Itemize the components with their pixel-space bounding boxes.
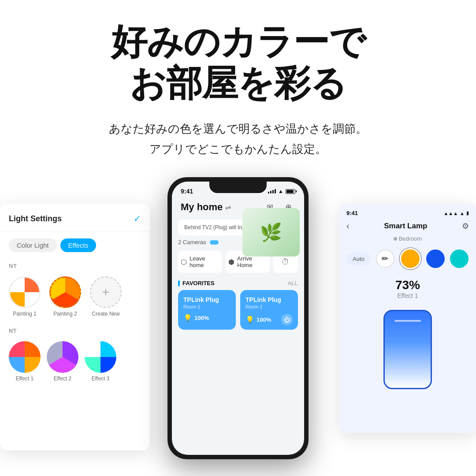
power-button[interactable]: ⏻ [281,314,293,325]
hero-subtitle: あなた好みの色を選んで明るさや温かさを調節。 アプリでどこでもかんたん設定。 [0,119,476,160]
status-time: 9:41 [181,188,193,195]
settings-icon[interactable]: ⚙ [462,221,469,231]
nt-label-1: NT [0,259,150,271]
light-settings-card: Light Settings ✓ Color Light Effects NT … [0,204,150,450]
phone-notch [209,182,267,193]
fav-card1-sub: Room 1 [183,304,231,309]
nt-label-2: NT [0,326,150,336]
effect-name: Effect 1 [339,292,476,299]
effect2-item: Effect 2 [47,341,78,382]
effect1-label: Effect 1 [16,376,33,382]
cameras-badge [210,240,219,245]
right-wifi-icon: ▲ [460,211,465,216]
location-icon [394,237,397,241]
fav-card1-title: TPLink Plug [183,296,231,303]
painting2-icon [49,276,81,308]
painting-grid: Painting 1 Painting 2 + Create New [0,271,150,326]
cameras-text: 2 Cameras [178,239,206,245]
auto-button[interactable]: Auto [346,253,371,265]
hero-section: 好みのカラーで お部屋を彩る あなた好みの色を選んで明るさや温かさを調節。 アプ… [0,0,476,160]
center-phone: 9:41 ▲ [167,177,309,459]
effects-button[interactable]: Effects [60,238,97,252]
signal-icon [268,189,276,193]
painting1-icon [9,276,41,308]
bulb-icon-2: 💡 [245,316,254,324]
arrive-home-icon: ⬢ [228,258,234,266]
right-card-header: ‹ Smart Lamp ⚙ [339,219,476,235]
fav-card2-pct: 💡 100% [245,316,271,324]
effect-info: 73% Effect 1 [339,276,476,306]
favorites-grid: TPLink Plug Room 1 💡 100% TPLink Plug Ro… [172,290,304,330]
create-new-label: Create New [92,311,119,317]
painting2-item: Painting 2 [49,276,81,317]
status-icons: ▲ [268,188,295,194]
phone-screen: 9:41 ▲ [172,182,304,455]
painting1-item: Painting 1 [9,276,41,317]
back-arrow-icon[interactable]: ‹ [346,221,350,231]
phones-container: Light Settings ✓ Color Light Effects NT … [0,177,476,459]
effect3-label: Effect 3 [92,376,109,382]
bulb-icon-1: 💡 [183,314,192,322]
all-label[interactable]: ALL [288,280,298,286]
lamp-visual [339,306,476,393]
effect3-icon [85,341,116,373]
effect1-item: Effect 1 [9,341,41,382]
fav-card2-title: TPLink Plug [245,296,293,303]
fav-card2-sub: Room 1 [245,304,293,309]
leave-home-button[interactable]: ⬡ Leave home [178,251,222,273]
right-status-bar: 9:41 ▲▲▲ ▲ ▮ [339,204,476,219]
lamp-phone-graphic [383,310,432,389]
effect2-icon [47,341,78,373]
effect2-label: Effect 2 [54,376,71,382]
effect3-item: Effect 3 [85,341,116,382]
wifi-icon: ▲ [278,188,283,194]
switch-home-icon[interactable]: ⇌ [225,203,231,212]
phone-frame: 9:41 ▲ [167,177,309,459]
effect-percentage: 73% [339,278,476,292]
right-battery-icon: ▮ [466,210,469,216]
right-status-icons: ▲▲▲ ▲ ▮ [443,210,469,216]
right-status-time: 9:41 [346,210,358,216]
hero-title: 好みのカラーで お部屋を彩る [0,21,476,104]
favorites-header: FAVORITES ALL [172,278,304,290]
painting1-label: Painting 1 [13,311,36,317]
color-presets: Auto ✏ [339,248,476,276]
leave-home-icon: ⬡ [181,258,187,266]
smart-lamp-card: 9:41 ▲▲▲ ▲ ▮ ‹ Smart Lamp ⚙ Bedroom Auto… [339,204,476,433]
color-preset-blue[interactable] [426,249,445,268]
create-new-icon: + [90,276,122,308]
create-new-item[interactable]: + Create New [90,276,122,317]
color-preset-orange[interactable] [400,248,421,269]
fav-card-1[interactable]: TPLink Plug Room 1 💡 100% [178,290,236,330]
check-icon: ✓ [134,213,141,224]
color-preset-teal[interactable] [450,249,469,268]
pencil-button[interactable]: ✏ [376,249,394,268]
location-text: Bedroom [399,235,422,242]
favorites-label: FAVORITES [178,280,215,286]
light-settings-title: Light Settings [9,214,62,223]
lamp-line [394,320,421,322]
fav-card1-pct: 💡 100% [183,314,209,322]
painting2-label: Painting 2 [53,311,77,317]
color-light-button[interactable]: Color Light [9,238,57,252]
effect1-icon [9,341,41,373]
battery-icon [286,189,295,194]
location-row: Bedroom [339,235,476,248]
right-signal-icon: ▲▲▲ [443,211,458,216]
fav-card-2[interactable]: TPLink Plug Room 1 💡 100% ⏻ [240,290,298,330]
smart-lamp-title: Smart Lamp [384,222,427,231]
effects-grid: Effect 1 Effect 2 Effect 3 [0,336,150,387]
plant-image: 🌿 [242,208,300,257]
home-title: My home [181,201,223,213]
